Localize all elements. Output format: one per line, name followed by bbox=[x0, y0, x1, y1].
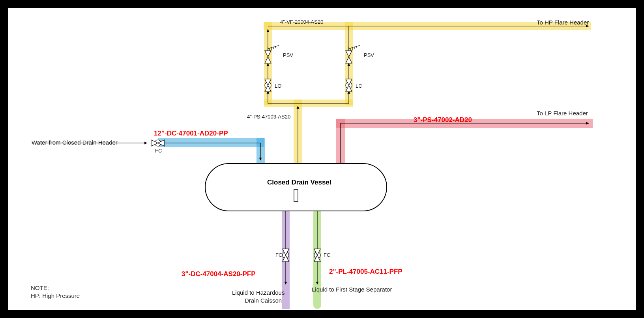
pid-diagram bbox=[8, 8, 636, 310]
hazdrain-line-id: 3"-DC-47004-AS20-PFP bbox=[182, 270, 256, 278]
hp-flare-text: To HP Flare Header bbox=[537, 19, 589, 26]
vessel-name: Closed Drain Vessel bbox=[267, 179, 331, 186]
psv-right-label: PSV bbox=[364, 52, 374, 58]
note-line2: HP: High Pressure bbox=[31, 292, 80, 299]
note-line1: NOTE: bbox=[31, 284, 49, 291]
svg-rect-0 bbox=[294, 190, 298, 201]
hazdrain-text2: Drain Caisson bbox=[245, 297, 282, 304]
hazdrain-text1: Liquid to Hazardous bbox=[232, 289, 285, 296]
highlight-blue-horiz bbox=[158, 138, 264, 147]
separator-line-id: 2"-PL-47005-AC11-PFP bbox=[329, 268, 402, 276]
lp-line-id: 3"-PS-47002-AD20 bbox=[414, 116, 472, 124]
lo-label: LO bbox=[275, 83, 281, 89]
fc-inlet-label: FC bbox=[155, 148, 162, 154]
fc-separator-label: FC bbox=[324, 252, 330, 258]
psv-left-label: PSV bbox=[283, 52, 293, 58]
highlight-blue-vert bbox=[256, 138, 265, 164]
highlight-green bbox=[313, 209, 321, 309]
water-inlet-text: Water from Closed Drain Header bbox=[32, 139, 118, 146]
highlight-yellow-left-vert bbox=[264, 22, 272, 105]
highlight-yellow-riser bbox=[294, 100, 302, 164]
highlight-yellow-manifold bbox=[264, 100, 353, 107]
diagram-canvas: Water from Closed Drain Header FC 12"-DC… bbox=[8, 8, 636, 310]
separator-text: Liquid to First Stage Separator bbox=[312, 286, 392, 293]
vessel-body bbox=[205, 164, 387, 211]
lc-label: LC bbox=[356, 83, 362, 89]
highlight-yellow-right-vert bbox=[345, 22, 353, 105]
lp-flare-text: To LP Flare Header bbox=[537, 110, 588, 117]
ps-riser-id: 4"-PS-47003-AS20 bbox=[247, 114, 290, 120]
hp-line-id: 4"-VF-20004-AS20 bbox=[280, 19, 323, 25]
inlet-line-id: 12"-DC-47001-AD20-PP bbox=[154, 130, 228, 137]
fc-hazdrain-label: FC bbox=[275, 252, 282, 258]
